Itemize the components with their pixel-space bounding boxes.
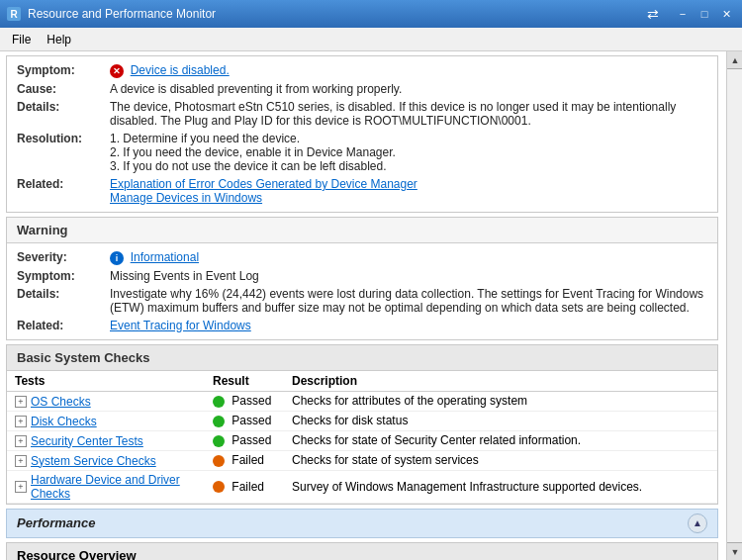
result-cell: Failed — [205, 450, 284, 470]
res1: 1. Determine if you need the device. — [110, 132, 707, 145]
expand-icon[interactable]: + — [15, 455, 27, 467]
performance-collapse-btn[interactable]: ▲ — [688, 513, 707, 533]
symptom-panel: Symptom: ✕ Device is disabled. Cause: A … — [6, 55, 718, 213]
app-icon: R — [6, 6, 22, 22]
minimize-button[interactable]: − — [673, 5, 693, 23]
test-link[interactable]: Disk Checks — [31, 415, 97, 428]
warning-details-value: Investigate why 16% (24,442) events were… — [110, 286, 707, 316]
res3: 3. If you do not use the device it can b… — [110, 159, 707, 173]
desc-cell: Checks for disk status — [284, 411, 717, 430]
warning-panel: Warning Severity: i Informational Sympto… — [6, 217, 718, 340]
performance-section: Performance ▲ — [6, 509, 718, 538]
transfer-icon: ⇄ — [647, 6, 659, 22]
warning-symptom-value: Missing Events in Event Log — [110, 268, 707, 284]
title-bar-text: Resource and Performance Monitor — [28, 7, 641, 21]
label-resolution: Resolution: — [17, 131, 106, 174]
test-cell: + System Service Checks — [7, 450, 205, 470]
status-dot — [213, 396, 225, 408]
label-symptom: Symptom: — [17, 62, 106, 79]
result-text: Passed — [232, 394, 271, 408]
status-dot — [213, 416, 225, 427]
table-row: + System Service Checks Failed Checks fo… — [7, 450, 717, 470]
test-cell: + Security Center Tests — [7, 430, 205, 450]
table-row: + OS Checks Passed Checks for attributes… — [7, 391, 717, 411]
severity-text[interactable]: Informational — [131, 250, 199, 264]
label-related: Related: — [17, 176, 106, 206]
main-content: Symptom: ✕ Device is disabled. Cause: A … — [0, 51, 742, 560]
label-cause: Cause: — [17, 81, 106, 97]
label-details: Details: — [17, 99, 106, 129]
test-link[interactable]: Security Center Tests — [31, 434, 143, 448]
details-value: The device, Photosmart eStn C510 series,… — [110, 99, 707, 129]
col-header-tests: Tests — [7, 371, 205, 392]
res2: 2. If you need the device, enable it in … — [110, 145, 707, 159]
status-dot — [213, 435, 225, 447]
menu-file[interactable]: File — [4, 31, 39, 48]
label-severity: Severity: — [17, 249, 106, 266]
scrollbar[interactable]: ▲ ▼ — [726, 51, 742, 560]
result-text: Failed — [232, 453, 264, 467]
basic-checks-panel: Basic System Checks Tests Result Descrip… — [6, 344, 718, 505]
title-bar: R Resource and Performance Monitor ⇄ − □… — [0, 0, 742, 28]
table-row: + Disk Checks Passed Checks for disk sta… — [7, 411, 717, 430]
status-dot — [213, 455, 225, 467]
label-warning-details: Details: — [17, 286, 106, 316]
cause-value: A device is disabled preventing it from … — [110, 81, 707, 97]
symptom-value: ✕ Device is disabled. — [110, 62, 707, 79]
test-link[interactable]: OS Checks — [31, 395, 91, 409]
scroll-up-button[interactable]: ▲ — [727, 51, 742, 69]
menu-bar: File Help — [0, 28, 742, 51]
test-link[interactable]: Hardware Device and Driver Checks — [31, 473, 197, 501]
result-cell: Passed — [205, 411, 284, 430]
warning-header: Warning — [7, 218, 717, 243]
table-row: + Hardware Device and Driver Checks Fail… — [7, 470, 717, 503]
warning-grid: Severity: i Informational Symptom: Missi… — [7, 243, 717, 339]
result-text: Passed — [232, 414, 271, 427]
related-value: Explanation of Error Codes Generated by … — [110, 176, 707, 206]
result-text: Failed — [232, 480, 264, 494]
expand-icon[interactable]: + — [15, 481, 27, 493]
col-header-result: Result — [205, 371, 284, 392]
desc-cell: Survey of Windows Management Infrastruct… — [284, 470, 717, 503]
severity-value: i Informational — [110, 249, 707, 266]
warning-related-link[interactable]: Event Tracing for Windows — [110, 319, 251, 332]
expand-icon[interactable]: + — [15, 396, 27, 408]
result-cell: Passed — [205, 430, 284, 450]
col-header-desc: Description — [284, 371, 717, 392]
title-bar-controls: − □ ✕ — [673, 5, 736, 23]
symptom-link[interactable]: Device is disabled. — [131, 63, 230, 77]
svg-text:R: R — [10, 9, 18, 20]
test-cell: + Disk Checks — [7, 411, 205, 430]
resource-overview-panel: Resource Overview Component Status Utili… — [6, 542, 718, 560]
result-cell: Passed — [205, 391, 284, 411]
performance-label: Performance — [17, 515, 95, 530]
expand-icon[interactable]: + — [15, 416, 27, 427]
related-link2[interactable]: Manage Devices in Windows — [110, 191, 262, 205]
test-cell: + OS Checks — [7, 391, 205, 411]
desc-cell: Checks for state of system services — [284, 450, 717, 470]
desc-cell: Checks for state of Security Center rela… — [284, 430, 717, 450]
desc-cell: Checks for attributes of the operating s… — [284, 391, 717, 411]
resource-overview-header: Resource Overview — [7, 543, 717, 560]
symptom-grid: Symptom: ✕ Device is disabled. Cause: A … — [7, 56, 717, 212]
table-row: + Security Center Tests Passed Checks fo… — [7, 430, 717, 450]
test-link[interactable]: System Service Checks — [31, 454, 156, 468]
result-text: Passed — [232, 433, 271, 447]
menu-help[interactable]: Help — [39, 31, 79, 48]
basic-checks-header: Basic System Checks — [7, 345, 717, 371]
result-cell: Failed — [205, 470, 284, 503]
label-warning-symptom: Symptom: — [17, 268, 106, 284]
warning-related-value: Event Tracing for Windows — [110, 318, 707, 333]
scroll-down-button[interactable]: ▼ — [727, 542, 742, 560]
resolution-value: 1. Determine if you need the device. 2. … — [110, 131, 707, 174]
checks-table: Tests Result Description + OS Checks Pas… — [7, 371, 717, 504]
error-icon: ✕ — [110, 64, 124, 78]
related-link1[interactable]: Explanation of Error Codes Generated by … — [110, 177, 417, 191]
close-button[interactable]: ✕ — [716, 5, 736, 23]
info-icon: i — [110, 251, 124, 265]
test-cell: + Hardware Device and Driver Checks — [7, 470, 205, 503]
expand-icon[interactable]: + — [15, 435, 27, 447]
label-warning-related: Related: — [17, 318, 106, 333]
maximize-button[interactable]: □ — [695, 5, 714, 23]
status-dot — [213, 481, 225, 493]
